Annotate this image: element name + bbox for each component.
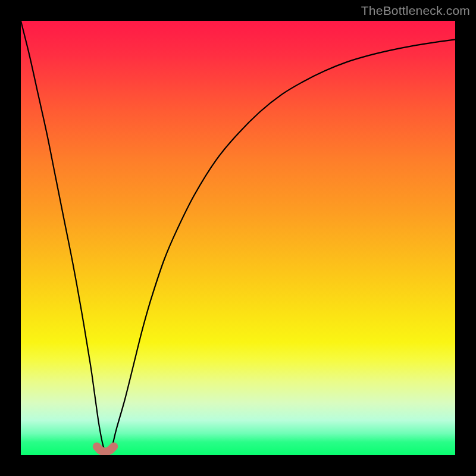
root-frame: TheBottleneck.com bbox=[0, 0, 476, 476]
valley-nub-markers bbox=[21, 21, 455, 455]
plot-area bbox=[21, 21, 455, 455]
watermark-label: TheBottleneck.com bbox=[361, 4, 470, 18]
